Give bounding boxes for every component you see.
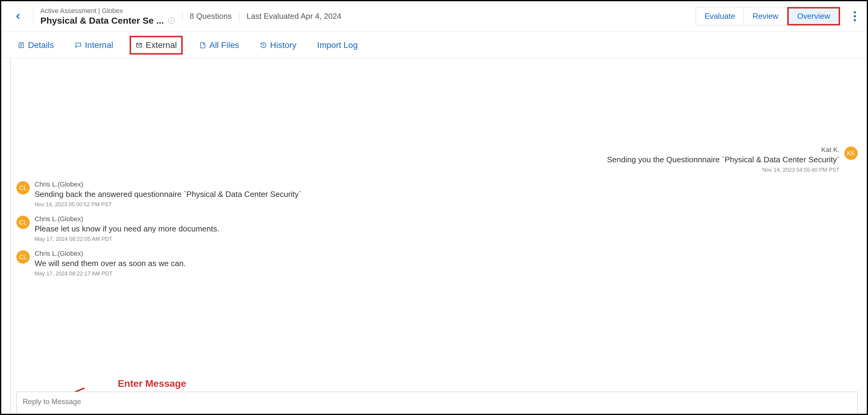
mail-icon bbox=[135, 41, 143, 49]
tab-bar: Details Internal External All Files Hist… bbox=[1, 32, 867, 58]
tab-label: Import Log bbox=[317, 40, 358, 50]
message-row: KK Kat K. Sending you the Questionnnaire… bbox=[17, 146, 858, 173]
avatar: KK bbox=[844, 147, 858, 160]
reply-input[interactable] bbox=[17, 392, 858, 415]
tab-import-log[interactable]: Import Log bbox=[313, 37, 362, 53]
reply-area: Files (0) Send Message bbox=[17, 392, 858, 415]
tab-details[interactable]: Details bbox=[13, 37, 58, 53]
info-icon[interactable]: i bbox=[168, 17, 175, 24]
message-body: Sending back the answered questionnaire … bbox=[35, 190, 301, 199]
content-area: KK Kat K. Sending you the Questionnnaire… bbox=[1, 58, 867, 415]
tab-label: External bbox=[146, 40, 177, 50]
divider bbox=[239, 11, 240, 22]
message-body: We will send them over as soon as we can… bbox=[35, 259, 186, 268]
file-icon bbox=[199, 41, 206, 49]
history-icon bbox=[260, 41, 267, 49]
message-sender: Chris L.(Globex) bbox=[35, 215, 219, 223]
message-timestamp: Nov 14, 2023 04:55:40 PM PST bbox=[763, 167, 839, 173]
message-row: CL Chris L.(Globex) Please let us know i… bbox=[17, 215, 858, 243]
header-actions: Evaluate Review Overview bbox=[695, 7, 840, 26]
tab-all-files[interactable]: All Files bbox=[195, 37, 243, 53]
chevron-left-icon bbox=[14, 12, 22, 21]
message-timestamp: Nov 14, 2023 05:00:52 PM PST bbox=[35, 201, 301, 208]
tab-history[interactable]: History bbox=[255, 37, 301, 53]
last-evaluated: Last Evaluated Apr 4, 2024 bbox=[247, 11, 341, 21]
annotation-callout: Enter Message bbox=[75, 378, 186, 389]
evaluate-button[interactable]: Evaluate bbox=[695, 7, 744, 26]
back-button[interactable] bbox=[10, 9, 26, 24]
review-button[interactable]: Review bbox=[744, 7, 787, 26]
page-header: Active Assessment | Globex Physical & Da… bbox=[1, 1, 867, 32]
avatar: CL bbox=[17, 216, 30, 229]
title-block: Active Assessment | Globex Physical & Da… bbox=[40, 7, 175, 26]
message-row: CL Chris L.(Globex) Sending back the ans… bbox=[17, 181, 858, 208]
tab-label: All Files bbox=[209, 40, 239, 50]
tab-label: History bbox=[270, 40, 297, 50]
message-sender: Chris L.(Globex) bbox=[35, 250, 186, 258]
message-body: Please let us know if you need any more … bbox=[35, 224, 219, 233]
page-title: Physical & Data Center Se ... bbox=[40, 15, 164, 26]
message-list: KK Kat K. Sending you the Questionnnaire… bbox=[17, 146, 858, 284]
message-sender: Kat K. bbox=[821, 146, 839, 154]
tab-internal[interactable]: Internal bbox=[70, 37, 118, 53]
avatar: CL bbox=[17, 181, 30, 194]
tab-label: Internal bbox=[85, 40, 113, 50]
tab-label: Details bbox=[28, 40, 54, 50]
tab-external[interactable]: External bbox=[130, 36, 183, 55]
message-body: Sending you the Questionnnaire `Physical… bbox=[607, 155, 839, 164]
annotation-label: Enter Message bbox=[118, 378, 186, 389]
message-sender: Chris L.(Globex) bbox=[35, 181, 301, 188]
more-menu-button[interactable] bbox=[848, 11, 861, 21]
questions-count: 8 Questions bbox=[190, 11, 232, 21]
timeline-bar bbox=[10, 58, 11, 415]
chat-icon bbox=[75, 41, 82, 49]
divider bbox=[182, 11, 182, 22]
message-row: CL Chris L.(Globex) We will send them ov… bbox=[17, 250, 858, 277]
avatar: CL bbox=[17, 250, 30, 264]
breadcrumb: Active Assessment | Globex bbox=[40, 7, 175, 15]
details-icon bbox=[18, 41, 25, 49]
divider bbox=[33, 7, 33, 26]
message-timestamp: May 17, 2024 08:22:17 AM PDT bbox=[35, 270, 186, 277]
message-timestamp: May 17, 2024 08:22:05 AM PDT bbox=[35, 236, 219, 243]
overview-button[interactable]: Overview bbox=[787, 7, 840, 26]
